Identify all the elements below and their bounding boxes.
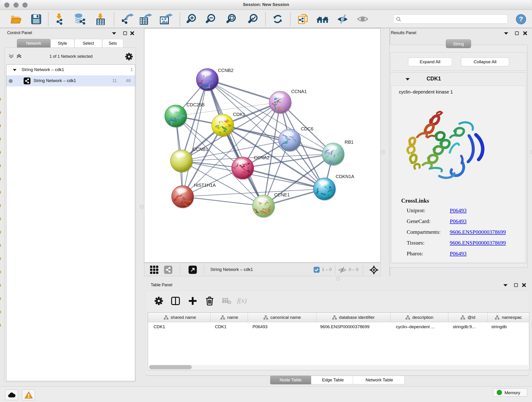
- svg-text:CCNA1: CCNA1: [291, 89, 307, 94]
- svg-text:HIST1H1A: HIST1H1A: [194, 183, 216, 188]
- svg-text:CDC6: CDC6: [301, 126, 313, 131]
- svg-text:CDC25B: CDC25B: [186, 102, 205, 107]
- svg-text:CCNB2: CCNB2: [218, 68, 234, 73]
- svg-text:CCNA2: CCNA2: [254, 155, 269, 160]
- svg-text:RB1: RB1: [345, 140, 354, 145]
- svg-text:CCNB1: CCNB1: [193, 147, 208, 152]
- svg-text:?: ?: [519, 15, 523, 23]
- svg-text:CCNE1: CCNE1: [274, 192, 290, 197]
- svg-text:CDK1: CDK1: [233, 112, 245, 117]
- svg-text:CDKN1A: CDKN1A: [336, 174, 355, 179]
